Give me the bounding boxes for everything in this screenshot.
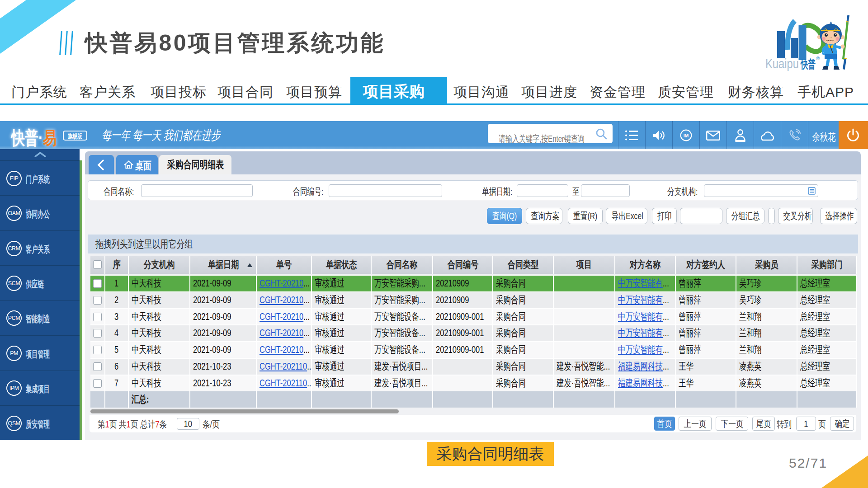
svg-text:快普: 快普 <box>800 58 816 70</box>
svg-text:IM: IM <box>684 133 689 138</box>
svg-text:Kuaipu: Kuaipu <box>765 56 799 71</box>
svg-text:®: ® <box>816 56 820 61</box>
